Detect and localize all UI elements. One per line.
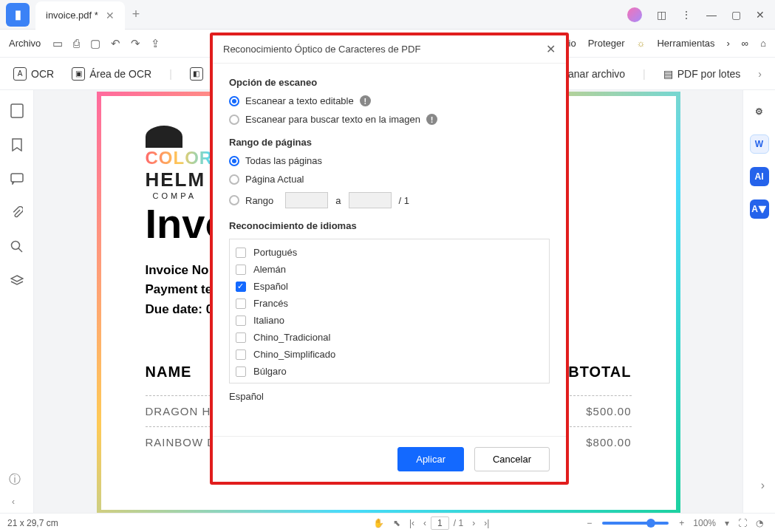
language-option[interactable]: Chino_Simplificado bbox=[236, 346, 543, 363]
checkbox-icon bbox=[236, 248, 246, 258]
dialog-header: Reconocimiento Óptico de Caracteres de P… bbox=[213, 35, 566, 64]
checkbox-icon bbox=[236, 366, 246, 377]
dialog-footer: Aplicar Cancelar bbox=[213, 436, 566, 482]
language-option[interactable]: Alemán bbox=[236, 261, 543, 278]
checkbox-icon bbox=[236, 349, 246, 360]
scan-section-title: Opción de escaneo bbox=[229, 77, 550, 88]
checkbox-icon bbox=[236, 299, 246, 309]
range-from-input[interactable] bbox=[285, 192, 328, 208]
language-option[interactable]: Chino_Tradicional bbox=[236, 329, 543, 346]
pages-current-option[interactable]: Página Actual bbox=[229, 174, 550, 185]
range-to-input[interactable] bbox=[349, 192, 392, 208]
language-list[interactable]: PortuguésAlemánEspañolFrancésItalianoChi… bbox=[229, 239, 550, 383]
pages-range-option[interactable]: Rango a / 1 bbox=[229, 192, 550, 208]
dialog-title: Reconocimiento Óptico de Caracteres de P… bbox=[223, 44, 420, 55]
language-option[interactable]: Francés bbox=[236, 295, 543, 312]
radio-icon bbox=[229, 96, 239, 106]
language-option[interactable]: Italiano bbox=[236, 312, 543, 329]
radio-icon bbox=[229, 195, 239, 205]
checkbox-icon bbox=[236, 282, 246, 292]
pages-all-option[interactable]: Todas las páginas bbox=[229, 155, 550, 166]
lang-section-title: Reconocimiento de idiomas bbox=[229, 220, 550, 231]
info-icon[interactable]: ! bbox=[426, 114, 437, 125]
ocr-dialog: Reconocimiento Óptico de Caracteres de P… bbox=[210, 33, 569, 485]
language-option[interactable]: Catalán bbox=[236, 380, 543, 383]
checkbox-icon bbox=[236, 316, 246, 326]
pages-section-title: Rango de páginas bbox=[229, 137, 550, 148]
info-icon[interactable]: ! bbox=[360, 95, 371, 106]
radio-icon bbox=[229, 115, 239, 125]
selected-languages: Español bbox=[229, 391, 550, 402]
radio-icon bbox=[229, 174, 239, 185]
modal-overlay: Reconocimiento Óptico de Caracteres de P… bbox=[0, 0, 775, 532]
language-option[interactable]: Búlgaro bbox=[236, 363, 543, 380]
language-option[interactable]: Español bbox=[236, 278, 543, 295]
checkbox-icon bbox=[236, 383, 246, 384]
checkbox-icon bbox=[236, 265, 246, 275]
apply-button[interactable]: Aplicar bbox=[397, 447, 464, 471]
scan-editable-option[interactable]: Escanear a texto editable ! bbox=[229, 95, 550, 106]
checkbox-icon bbox=[236, 332, 246, 343]
scan-search-option[interactable]: Escanear para buscar texto en la imagen … bbox=[229, 114, 550, 125]
radio-icon bbox=[229, 156, 239, 166]
cancel-button[interactable]: Cancelar bbox=[474, 447, 550, 471]
language-option[interactable]: Portugués bbox=[236, 244, 543, 261]
close-dialog-icon[interactable]: ✕ bbox=[546, 42, 556, 56]
